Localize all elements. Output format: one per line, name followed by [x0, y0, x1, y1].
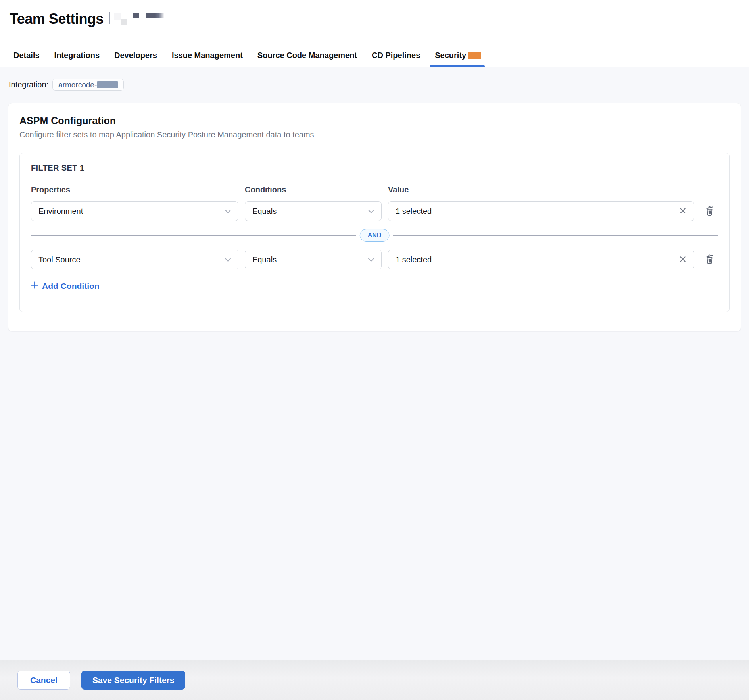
trash-icon [704, 205, 715, 217]
tab-developers[interactable]: Developers [114, 51, 157, 67]
value-multiselect[interactable]: 1 selected [388, 250, 694, 269]
value-multiselect[interactable]: 1 selected [388, 201, 694, 221]
title-redacted-text [109, 11, 164, 27]
tab-label: Integrations [54, 51, 100, 60]
footer-action-bar: Cancel Save Security Filters [0, 660, 749, 700]
security-tab-redacted-badge [468, 52, 481, 59]
property-select[interactable]: Environment [31, 201, 238, 221]
tab-label: Security [435, 51, 466, 60]
cancel-button[interactable]: Cancel [17, 671, 70, 690]
conditions-column-header: Conditions [245, 185, 382, 194]
column-headers-row: Properties Conditions Value [31, 185, 718, 194]
delete-condition-button[interactable] [701, 250, 718, 269]
aspm-configuration-subtitle: Configure filter sets to map Application… [19, 130, 730, 139]
chevron-down-icon [225, 209, 231, 213]
integration-value-redacted [97, 81, 118, 88]
tab-bar: Details Integrations Developers Issue Ma… [13, 51, 481, 67]
condition-row-2: Tool Source Equals 1 selected [31, 250, 718, 269]
property-select-value: Environment [38, 207, 83, 216]
redacted-block [121, 19, 127, 25]
redacted-block [133, 13, 139, 18]
clear-value-button[interactable] [678, 206, 688, 217]
save-security-filters-button[interactable]: Save Security Filters [81, 671, 186, 690]
tab-source-code-management[interactable]: Source Code Management [257, 51, 357, 67]
integration-chip[interactable]: armorcode- [52, 79, 124, 91]
clear-value-button[interactable] [678, 254, 688, 265]
plus-icon [31, 281, 38, 291]
filter-set-title: FILTER SET 1 [31, 163, 718, 173]
tab-cd-pipelines[interactable]: CD Pipelines [372, 51, 420, 67]
tab-integrations[interactable]: Integrations [54, 51, 100, 67]
properties-column-header: Properties [31, 185, 238, 194]
delete-condition-button[interactable] [701, 201, 718, 221]
aspm-configuration-card: ASPM Configuration Configure filter sets… [8, 103, 741, 331]
close-icon [680, 208, 686, 215]
aspm-configuration-title: ASPM Configuration [19, 115, 730, 127]
tab-label: Source Code Management [257, 51, 357, 60]
condition-select-value: Equals [252, 207, 277, 216]
value-selected-text: 1 selected [396, 255, 432, 264]
integration-label: Integration: [9, 80, 48, 89]
tab-issue-management[interactable]: Issue Management [172, 51, 243, 67]
page-header: Team Settings Details Integrations Devel… [0, 0, 749, 67]
add-condition-button[interactable]: Add Condition [31, 281, 100, 291]
operator-divider: AND [31, 228, 718, 242]
condition-select[interactable]: Equals [245, 250, 382, 269]
property-select[interactable]: Tool Source [31, 250, 238, 269]
redacted-block [114, 13, 121, 20]
trash-icon [704, 253, 715, 266]
page-title: Team Settings [10, 11, 104, 27]
integration-row: Integration: armorcode- [9, 79, 741, 91]
chevron-down-icon [368, 209, 374, 213]
main-content: Integration: armorcode- ASPM Configurati… [0, 67, 749, 660]
tab-details[interactable]: Details [13, 51, 40, 67]
title-divider [109, 12, 110, 24]
condition-row-1: Environment Equals 1 selected [31, 201, 718, 221]
add-condition-label: Add Condition [42, 281, 100, 291]
value-selected-text: 1 selected [396, 207, 432, 216]
tab-label: Issue Management [172, 51, 243, 60]
property-select-value: Tool Source [38, 255, 81, 264]
tab-label: CD Pipelines [372, 51, 420, 60]
chevron-down-icon [368, 258, 374, 262]
condition-select-value: Equals [252, 255, 277, 264]
title-row: Team Settings [0, 0, 749, 28]
redacted-block [146, 13, 164, 18]
close-icon [680, 256, 686, 263]
integration-value: armorcode- [58, 81, 97, 89]
tab-security[interactable]: Security [435, 51, 481, 67]
filter-set-panel: FILTER SET 1 Properties Conditions Value… [19, 153, 730, 312]
tab-label: Details [13, 51, 40, 60]
tab-label: Developers [114, 51, 157, 60]
condition-select[interactable]: Equals [245, 201, 382, 221]
chevron-down-icon [225, 258, 231, 262]
value-column-header: Value [388, 185, 694, 194]
and-operator-badge: AND [360, 229, 390, 242]
